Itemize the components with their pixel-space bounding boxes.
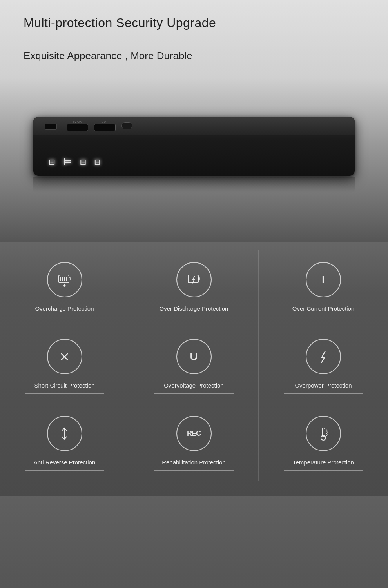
- antireverse-label: Anti Reverse Protection: [34, 458, 96, 466]
- overvoltage-icon-circle: U: [176, 339, 212, 374]
- main-headline: Multi-protection Security Upgrade: [24, 16, 364, 30]
- overpower-icon-circle: [306, 339, 341, 374]
- svg-point-13: [321, 435, 326, 440]
- led-char-3: ⊟: [80, 157, 86, 168]
- svg-rect-8: [198, 278, 200, 280]
- antireverse-icon: [56, 425, 73, 442]
- led-char-4: ⊟: [94, 157, 101, 168]
- overcurrent-underline: [284, 317, 363, 317]
- top-text-section: Multi-protection Security Upgrade Exquis…: [0, 0, 388, 78]
- overcharge-underline: [25, 317, 104, 317]
- powerbank-top-ports: 5V/2A OUT: [33, 117, 355, 135]
- led-display: ⊟ ⊨ ⊟ ⊟: [49, 157, 101, 168]
- protection-cell-antireverse: Anti Reverse Protection: [0, 404, 129, 481]
- shortcircuit-label: Short Circuit Protection: [34, 381, 94, 390]
- rehabilitation-icon: REC: [187, 430, 201, 438]
- temperature-icon: [315, 425, 332, 442]
- protection-cell-rehabilitation: REC Rehabilitation Protection: [129, 404, 259, 481]
- sub-headline: Exquisite Appearance , More Durable: [24, 50, 364, 62]
- powerbank-container: 5V/2A OUT ⊟ ⊨ ⊟ ⊟: [33, 117, 355, 195]
- led-char-2: ⊨: [63, 157, 72, 168]
- overcurrent-label: Over Current Protection: [292, 304, 354, 313]
- shortcircuit-underline: [25, 393, 104, 394]
- power-button[interactable]: [121, 122, 132, 129]
- overcurrent-icon-circle: I: [306, 262, 341, 297]
- powerbank-section: 5V/2A OUT ⊟ ⊨ ⊟ ⊟: [0, 78, 388, 242]
- protection-cell-overcurrent: I Over Current Protection: [259, 250, 388, 327]
- led-char-1: ⊟: [49, 157, 55, 168]
- overvoltage-underline: [154, 393, 233, 394]
- page-wrapper: Multi-protection Security Upgrade Exquis…: [0, 0, 388, 588]
- shortcircuit-icon: [56, 348, 73, 366]
- protection-cell-overvoltage: U Overvoltage Protection: [129, 327, 259, 404]
- overcurrent-icon: I: [322, 273, 325, 286]
- protection-cell-overdischarge: Over Discharge Protection: [129, 250, 259, 327]
- temperature-label: Temperature Protection: [293, 458, 354, 466]
- rehabilitation-icon-circle: REC: [176, 416, 212, 451]
- antireverse-icon-circle: [47, 416, 82, 451]
- svg-rect-1: [69, 278, 71, 280]
- powerbank-body: 5V/2A OUT ⊟ ⊨ ⊟ ⊟: [33, 117, 355, 176]
- overcharge-icon-circle: [47, 262, 82, 297]
- powerbank-reflection: [33, 177, 355, 192]
- temperature-underline: [284, 470, 363, 471]
- protection-cell-shortcircuit: Short Circuit Protection: [0, 327, 129, 404]
- overdischarge-icon-circle: [176, 262, 212, 297]
- port-label-2: OUT: [102, 120, 109, 123]
- rehabilitation-label: Rehabilitation Protection: [162, 458, 226, 466]
- overpower-underline: [284, 393, 363, 394]
- overcharge-icon: [56, 271, 73, 289]
- antireverse-underline: [25, 470, 104, 471]
- shortcircuit-icon-circle: [47, 339, 82, 374]
- overdischarge-underline: [154, 317, 233, 317]
- temperature-icon-circle: [306, 416, 341, 451]
- protection-cell-temperature: Temperature Protection: [259, 404, 388, 481]
- overpower-icon: [315, 348, 332, 366]
- overvoltage-icon: U: [190, 350, 198, 363]
- usb-port-1: [67, 124, 88, 131]
- port-label-1: 5V/2A: [73, 120, 82, 123]
- protection-cell-overcharge: Overcharge Protection: [0, 250, 129, 327]
- protection-section: Overcharge Protection Over Discharge Pro…: [0, 242, 388, 496]
- overcharge-label: Overcharge Protection: [35, 304, 94, 313]
- usb-port-2: [94, 124, 116, 131]
- overdischarge-label: Over Discharge Protection: [160, 304, 228, 313]
- overvoltage-label: Overvoltage Protection: [164, 381, 224, 390]
- protection-cell-overpower: Overpower Protection: [259, 327, 388, 404]
- protection-grid: Overcharge Protection Over Discharge Pro…: [0, 250, 388, 481]
- overdischarge-icon: [185, 271, 203, 289]
- overpower-label: Overpower Protection: [295, 381, 352, 390]
- rehabilitation-underline: [154, 470, 233, 471]
